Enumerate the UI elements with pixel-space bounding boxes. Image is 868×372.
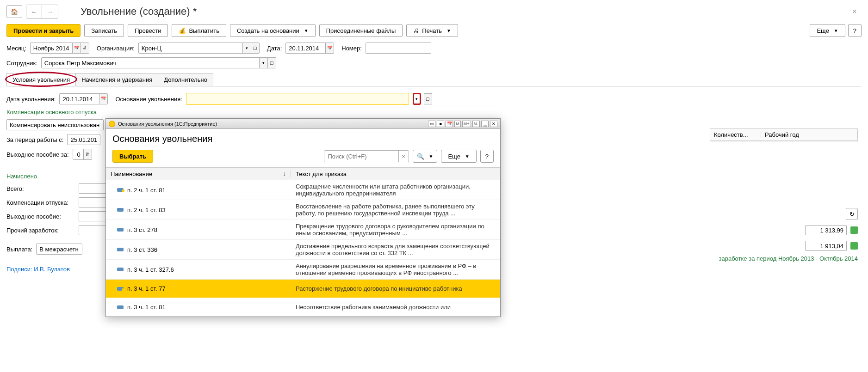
list-row[interactable]: п. 3 ст. 336Достижение предельного возра… bbox=[106, 240, 500, 260]
item-text: Достижение предельного возраста для заме… bbox=[291, 243, 500, 256]
sort-indicator-icon[interactable]: ↓ bbox=[283, 170, 286, 177]
tab-additional[interactable]: Дополнительно bbox=[158, 73, 213, 86]
payout-input[interactable] bbox=[37, 244, 82, 254]
month-stepper[interactable]: ⇵ bbox=[81, 43, 89, 53]
mplus-button[interactable]: M+ bbox=[462, 121, 471, 127]
item-icon bbox=[117, 188, 124, 192]
item-name: п. 2 ч. 1 ст. 81 bbox=[127, 187, 166, 194]
item-text: Восстановление на работе работника, ране… bbox=[291, 203, 500, 217]
chevron-down-icon: ▼ bbox=[429, 154, 434, 159]
stepper-icon[interactable]: ⇵ bbox=[83, 149, 92, 159]
m-button[interactable]: M bbox=[454, 121, 461, 127]
item-name: п. 3 ст. 336 bbox=[127, 246, 157, 253]
number-input[interactable] bbox=[366, 43, 431, 53]
post-close-button[interactable]: Провести и закрыть bbox=[6, 24, 81, 37]
toolbar-icon-1[interactable]: ▭ bbox=[428, 121, 435, 127]
chevron-down-icon: ▼ bbox=[465, 154, 470, 159]
select-button[interactable]: Выбрать bbox=[112, 150, 153, 163]
print-button[interactable]: 🖨 Печать▼ bbox=[406, 24, 458, 37]
severance-days-input[interactable] bbox=[73, 149, 83, 159]
item-text: Сокращение численности или штата работни… bbox=[291, 183, 500, 197]
search-field[interactable]: × bbox=[324, 150, 409, 162]
date-input[interactable] bbox=[286, 43, 325, 53]
month-input[interactable] bbox=[31, 43, 72, 53]
chevron-down-icon: ▼ bbox=[304, 28, 309, 33]
post-button[interactable]: Провести bbox=[128, 24, 168, 37]
total-label: Всего: bbox=[6, 185, 76, 192]
accrued-other-value: 1 913,04 bbox=[805, 241, 847, 251]
calendar-icon[interactable]: 📅 bbox=[325, 43, 334, 53]
severance-days-field[interactable]: ⇵ bbox=[73, 149, 92, 160]
period-from-input[interactable] bbox=[68, 134, 100, 145]
other-label: Прочий заработок: bbox=[6, 227, 76, 234]
close-button[interactable]: ✕ bbox=[490, 121, 497, 127]
more-button[interactable]: Еще▼ bbox=[810, 24, 845, 37]
open-icon[interactable]: ▢ bbox=[267, 58, 276, 68]
reason-label: Основание увольнения: bbox=[115, 96, 182, 103]
payout-field[interactable] bbox=[36, 244, 82, 255]
month-picker-icon[interactable]: 📅 bbox=[72, 43, 81, 53]
attached-files-button[interactable]: Присоединенные файлы bbox=[319, 24, 403, 37]
save-button[interactable]: Записать bbox=[84, 24, 124, 37]
fire-date-input[interactable] bbox=[60, 94, 99, 104]
close-page-button[interactable]: × bbox=[852, 7, 857, 17]
comp-type-field[interactable] bbox=[6, 119, 104, 130]
item-icon bbox=[117, 228, 124, 232]
popup-more-button[interactable]: Еще▼ bbox=[441, 150, 476, 163]
create-based-button[interactable]: Создать на основании▼ bbox=[230, 24, 316, 37]
col-name-header[interactable]: Наименование bbox=[111, 171, 152, 177]
comp-type-input[interactable] bbox=[7, 120, 103, 130]
refresh-button[interactable]: ↻ bbox=[846, 208, 858, 220]
edit-pencil-icon[interactable] bbox=[850, 242, 858, 250]
create-based-label: Создать на основании bbox=[237, 27, 299, 34]
col-text-header[interactable]: Текст для приказа bbox=[291, 171, 500, 177]
tab-conditions[interactable]: Условия увольнения bbox=[6, 73, 76, 86]
reason-input[interactable] bbox=[186, 93, 409, 104]
list-row[interactable]: п. 3 ч. 1 ст. 327.6Аннулирование разреше… bbox=[106, 260, 500, 277]
org-input[interactable] bbox=[139, 43, 242, 53]
toolbar-calc-icon[interactable]: 📅 bbox=[446, 121, 453, 127]
edit-pencil-icon[interactable] bbox=[850, 226, 858, 234]
forward-button: → bbox=[42, 5, 58, 18]
period-label: За период работы с: bbox=[6, 136, 63, 143]
calendar-icon[interactable]: 📅 bbox=[99, 94, 107, 104]
employee-field[interactable]: ▾ ▢ bbox=[41, 57, 276, 68]
reason-field[interactable] bbox=[186, 93, 409, 105]
back-button[interactable]: ← bbox=[26, 5, 42, 18]
chevron-down-icon: ▼ bbox=[834, 28, 838, 33]
search-config-button[interactable]: 🔍▼ bbox=[413, 150, 438, 163]
chevron-down-icon: ▼ bbox=[446, 28, 451, 33]
popup-help-button[interactable]: ? bbox=[480, 150, 494, 163]
help-button[interactable]: ? bbox=[848, 24, 862, 37]
reasons-popup: Основания увольнения (1С:Предприятие) ▭ … bbox=[105, 118, 501, 277]
month-field[interactable]: 📅 ⇵ bbox=[30, 43, 89, 54]
search-input[interactable] bbox=[324, 151, 398, 162]
mminus-button[interactable]: M- bbox=[472, 121, 480, 127]
list-row[interactable]: п. 2 ч. 1 ст. 81Сокращение численности и… bbox=[106, 180, 500, 200]
date-field[interactable]: 📅 bbox=[285, 43, 334, 54]
print-label: Печать bbox=[422, 27, 442, 34]
open-icon[interactable]: ▢ bbox=[424, 93, 432, 104]
signatures-link[interactable]: Подписи: И.В. Булатов bbox=[0, 261, 76, 277]
toolbar-icon-2[interactable]: ■ bbox=[437, 121, 444, 127]
col-quantity: Количеств... bbox=[710, 131, 761, 138]
pay-button[interactable]: 💰 Выплатить bbox=[172, 24, 226, 37]
list-row[interactable]: п. 2 ч. 1 ст. 83Восстановление на работе… bbox=[106, 200, 500, 220]
accrued-total-value: 1 313,99 bbox=[805, 225, 847, 235]
dropdown-icon[interactable]: ▾ bbox=[259, 58, 267, 68]
clear-search-icon[interactable]: × bbox=[398, 151, 409, 162]
minimize-button[interactable]: ▁ bbox=[481, 121, 489, 127]
fire-date-field[interactable]: 📅 bbox=[59, 93, 108, 104]
reason-dropdown-button[interactable]: ▾ bbox=[413, 93, 421, 105]
employee-input[interactable] bbox=[42, 58, 259, 68]
period-note: заработке за период Ноябрь 2013 - Октябр… bbox=[663, 255, 858, 262]
open-icon[interactable]: ▢ bbox=[251, 43, 259, 53]
list-row[interactable]: п. 3 ст. 278Прекращение трудового догово… bbox=[106, 220, 500, 240]
dropdown-icon[interactable]: ▾ bbox=[242, 43, 251, 53]
org-field[interactable]: ▾ ▢ bbox=[138, 43, 260, 54]
number-label: Номер: bbox=[341, 45, 362, 52]
tab-accruals[interactable]: Начисления и удержания bbox=[75, 73, 158, 86]
home-button[interactable]: 🏠 bbox=[6, 5, 22, 18]
period-from-field[interactable] bbox=[67, 134, 100, 145]
number-field[interactable] bbox=[366, 43, 431, 54]
